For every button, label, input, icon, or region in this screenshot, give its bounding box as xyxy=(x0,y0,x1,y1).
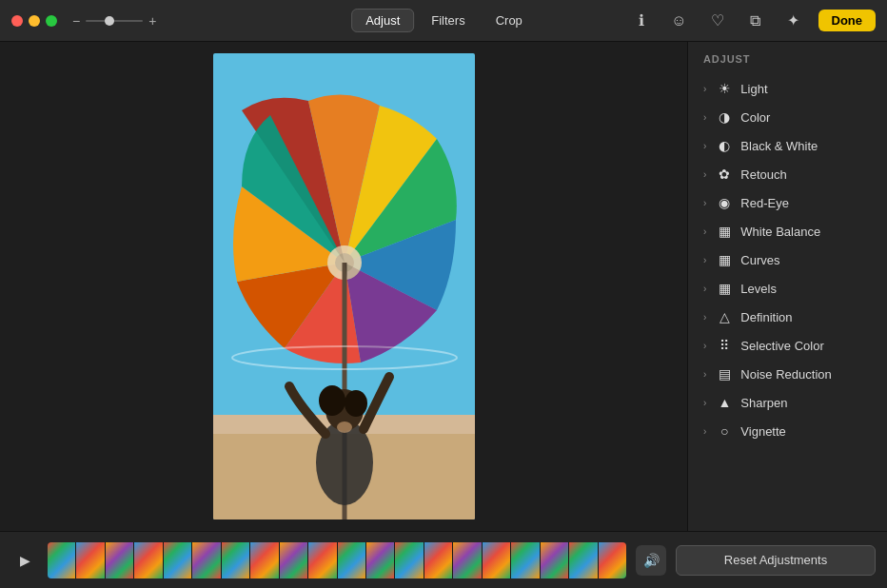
chevron-right-icon: › xyxy=(703,84,706,94)
adjust-item-light[interactable]: › ☀ Light xyxy=(688,74,887,103)
reset-adjustments-button[interactable]: Reset Adjustments xyxy=(676,545,876,576)
slider-thumb[interactable] xyxy=(105,16,114,26)
noise-reduction-icon: ▤ xyxy=(716,366,733,382)
black-white-icon: ◐ xyxy=(716,138,733,153)
volume-button[interactable]: 🔊 xyxy=(636,545,666,576)
done-button[interactable]: Done xyxy=(818,10,877,31)
emoji-icon[interactable]: ☺ xyxy=(666,8,693,34)
photo-area xyxy=(0,42,687,531)
adjust-label-selective-color: Selective Color xyxy=(740,339,823,353)
adjust-item-red-eye[interactable]: › ◉ Red-Eye xyxy=(688,188,887,217)
adjust-label-levels: Levels xyxy=(740,282,777,296)
chevron-right-icon: › xyxy=(703,169,706,180)
adjust-panel-title: ADJUST xyxy=(688,53,887,74)
chevron-right-icon: › xyxy=(703,312,706,323)
chevron-right-icon: › xyxy=(703,255,706,265)
toolbar-tabs: Adjust Filters Crop xyxy=(351,9,536,32)
chevron-right-icon: › xyxy=(703,398,706,408)
film-frame xyxy=(106,542,133,578)
adjust-label-red-eye: Red-Eye xyxy=(740,196,789,210)
light-icon: ☀ xyxy=(716,81,733,96)
filmstrip-inner xyxy=(48,542,626,578)
adjust-label-color: Color xyxy=(740,110,770,125)
chevron-right-icon: › xyxy=(703,112,706,123)
toolbar-right: ℹ ☺ ♡ ⧉ ✦ Done xyxy=(628,8,877,34)
heart-icon[interactable]: ♡ xyxy=(704,8,731,34)
film-frame xyxy=(76,542,104,578)
adjust-item-retouch[interactable]: › ✿ Retouch xyxy=(688,160,887,188)
film-frame xyxy=(366,542,394,578)
retouch-icon: ✿ xyxy=(716,167,733,182)
svg-point-9 xyxy=(319,385,345,416)
chevron-right-icon: › xyxy=(703,226,706,237)
chevron-right-icon: › xyxy=(703,198,706,208)
adjust-item-black-white[interactable]: › ◐ Black & White xyxy=(688,131,887,160)
adjust-label-curves: Curves xyxy=(740,253,779,267)
chevron-right-icon: › xyxy=(703,426,706,437)
tab-adjust[interactable]: Adjust xyxy=(351,9,414,32)
svg-point-11 xyxy=(337,421,352,433)
chevron-right-icon: › xyxy=(703,284,706,294)
adjust-label-vignette: Vignette xyxy=(740,424,785,439)
svg-point-10 xyxy=(345,390,367,417)
film-frame xyxy=(599,542,626,578)
adjust-label-black-white: Black & White xyxy=(740,139,818,153)
definition-icon: △ xyxy=(716,309,733,324)
adjust-panel: ADJUST › ☀ Light › ◑ Color › ◐ Black & W… xyxy=(687,42,887,531)
adjust-label-definition: Definition xyxy=(740,310,792,324)
vignette-icon: ○ xyxy=(716,423,733,439)
tab-crop[interactable]: Crop xyxy=(483,9,536,32)
tab-filters[interactable]: Filters xyxy=(418,9,478,32)
adjust-item-sharpen[interactable]: › ▲ Sharpen xyxy=(688,388,887,417)
filmstrip[interactable] xyxy=(48,542,626,578)
duplicate-icon[interactable]: ⧉ xyxy=(742,8,769,34)
adjust-label-sharpen: Sharpen xyxy=(740,396,787,410)
magic-wand-icon[interactable]: ✦ xyxy=(780,8,807,34)
adjust-item-curves[interactable]: › ▦ Curves xyxy=(688,245,887,274)
film-frame xyxy=(164,542,191,578)
film-frame xyxy=(192,542,220,578)
film-frame xyxy=(453,542,481,578)
slider-track[interactable] xyxy=(86,20,143,22)
main-content: ADJUST › ☀ Light › ◑ Color › ◐ Black & W… xyxy=(0,42,887,531)
adjust-item-levels[interactable]: › ▦ Levels xyxy=(688,274,887,303)
curves-icon: ▦ xyxy=(716,252,733,267)
film-frame xyxy=(280,542,307,578)
film-frame xyxy=(511,542,539,578)
photo-image xyxy=(213,53,475,519)
adjust-item-vignette[interactable]: › ○ Vignette xyxy=(688,417,887,445)
levels-icon: ▦ xyxy=(716,281,733,296)
fullscreen-button[interactable] xyxy=(46,15,57,27)
white-balance-icon: ▦ xyxy=(716,224,733,239)
film-frame xyxy=(338,542,365,578)
adjust-label-retouch: Retouch xyxy=(740,167,786,182)
film-frame xyxy=(48,542,75,578)
zoom-slider[interactable]: − + xyxy=(72,13,156,29)
adjust-item-definition[interactable]: › △ Definition xyxy=(688,303,887,331)
chevron-right-icon: › xyxy=(703,141,706,151)
info-icon[interactable]: ℹ xyxy=(628,8,655,34)
adjust-label-noise-reduction: Noise Reduction xyxy=(740,367,831,382)
titlebar: − + Adjust Filters Crop ℹ ☺ ♡ ⧉ ✦ Done xyxy=(0,0,887,42)
film-frame xyxy=(569,542,597,578)
adjust-item-noise-reduction[interactable]: › ▤ Noise Reduction xyxy=(688,360,887,388)
adjust-item-white-balance[interactable]: › ▦ White Balance xyxy=(688,217,887,245)
adjust-label-white-balance: White Balance xyxy=(740,225,820,239)
photo-container xyxy=(213,53,475,519)
film-frame xyxy=(483,542,510,578)
minimize-button[interactable] xyxy=(29,15,40,27)
adjust-label-light: Light xyxy=(740,82,767,96)
adjust-item-selective-color[interactable]: › ⠿ Selective Color xyxy=(688,331,887,360)
close-button[interactable] xyxy=(11,15,23,27)
play-button[interactable]: ▶ xyxy=(11,547,38,574)
adjust-item-color[interactable]: › ◑ Color xyxy=(688,103,887,131)
chevron-right-icon: › xyxy=(703,341,706,351)
film-frame xyxy=(308,542,336,578)
bottom-bar: ▶ 🔊 Reset Adjustments xyxy=(0,531,887,588)
film-frame xyxy=(250,542,278,578)
selective-color-icon: ⠿ xyxy=(716,338,733,353)
film-frame xyxy=(134,542,162,578)
color-icon: ◑ xyxy=(716,109,733,125)
film-frame xyxy=(541,542,568,578)
zoom-minus-icon: − xyxy=(72,13,80,29)
